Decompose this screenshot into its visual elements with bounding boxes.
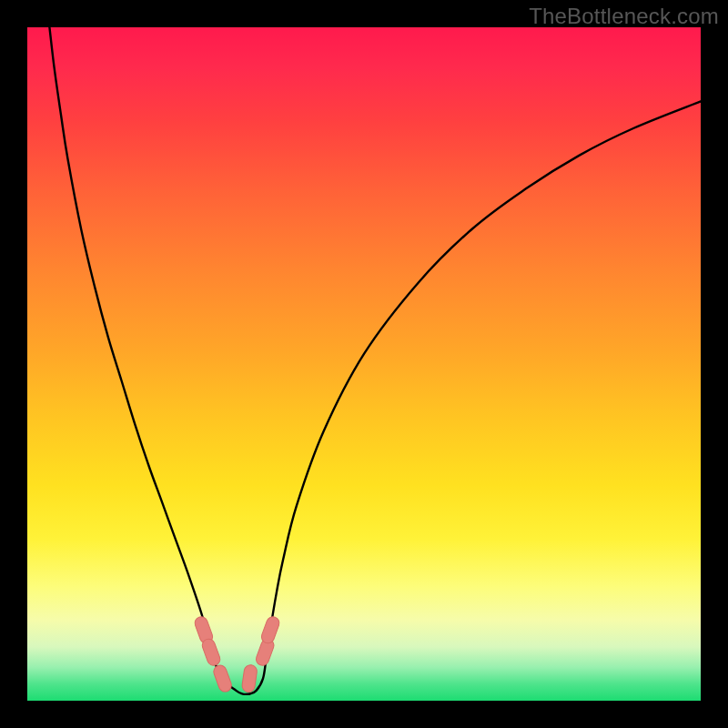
marker-group	[193, 615, 281, 693]
curve-right-branch	[249, 101, 701, 693]
data-marker	[212, 663, 233, 693]
chart-frame: TheBottleneck.com	[0, 0, 728, 728]
watermark-text: TheBottleneck.com	[529, 4, 719, 29]
data-marker	[200, 637, 221, 667]
data-marker	[259, 615, 280, 645]
chart-svg	[27, 27, 701, 701]
plot-area	[27, 27, 701, 701]
data-marker	[241, 664, 258, 693]
curve-left-branch	[49, 27, 249, 694]
